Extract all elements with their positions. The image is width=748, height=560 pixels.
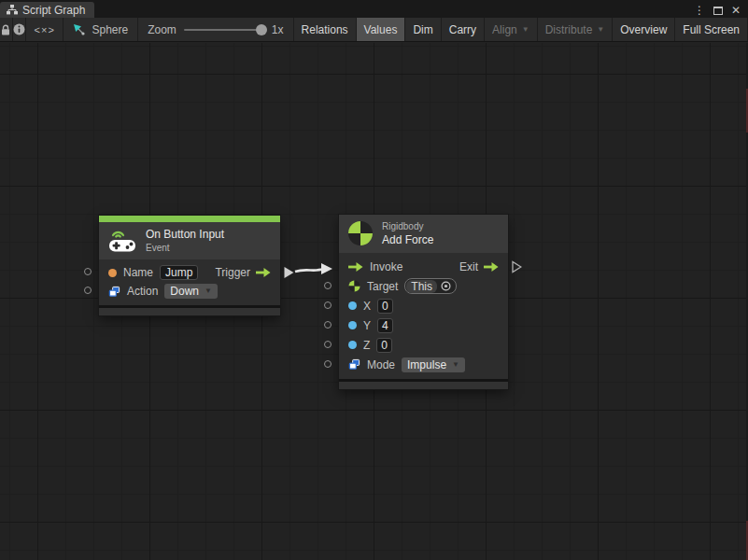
row-target: Target This xyxy=(339,276,508,296)
align-button[interactable]: Align▼ xyxy=(485,18,538,41)
action-input-port[interactable] xyxy=(84,287,92,294)
row-y: Y 4 xyxy=(339,315,508,335)
script-graph-window: Script Graph ⋮ ✕ xyxy=(0,0,748,560)
node-footer xyxy=(339,382,508,389)
enum-icon xyxy=(348,358,360,371)
row-z: Z 0 xyxy=(339,335,508,355)
chevron-down-icon: ▼ xyxy=(597,25,604,34)
lock-button[interactable] xyxy=(0,18,13,41)
exit-arrow-icon[interactable] xyxy=(484,261,499,273)
graph-pointer-icon xyxy=(73,23,86,36)
maximize-icon[interactable] xyxy=(713,7,723,15)
node-on-button-input[interactable]: On Button Input Event Name Jump Trigger xyxy=(99,216,280,315)
zoom-slider-handle[interactable] xyxy=(256,24,267,35)
name-field[interactable]: Jump xyxy=(160,265,198,280)
y-input-port[interactable] xyxy=(324,321,332,329)
x-field[interactable]: 0 xyxy=(377,299,393,314)
zoom-value: 1x xyxy=(272,23,284,36)
tab-script-graph[interactable]: Script Graph xyxy=(0,2,94,18)
x-label: X xyxy=(363,300,371,313)
close-icon[interactable]: ✕ xyxy=(731,5,741,16)
zoom-slider[interactable] xyxy=(184,29,264,31)
invoke-arrow-icon[interactable] xyxy=(348,261,363,273)
node-add-force[interactable]: Rigidbody Add Force Invoke Exit xyxy=(339,215,508,389)
graph-canvas[interactable]: On Button Input Event Name Jump Trigger xyxy=(0,43,748,560)
row-invoke: Invoke Exit xyxy=(339,257,508,276)
target-picker-icon[interactable] xyxy=(441,281,451,291)
exit-label: Exit xyxy=(459,260,478,273)
node-header-text: Rigidbody Add Force xyxy=(382,221,433,246)
invoke-label: Invoke xyxy=(370,260,402,273)
node-header[interactable]: Rigidbody Add Force xyxy=(339,215,508,253)
row-action: Action Down ▼ xyxy=(99,282,280,301)
name-input-port[interactable] xyxy=(84,268,92,275)
values-button[interactable]: Values xyxy=(357,18,406,41)
rigidbody-mini-icon xyxy=(348,280,360,292)
mode-input-port[interactable] xyxy=(324,360,332,368)
node-title: On Button Input xyxy=(146,228,224,241)
chevron-down-icon: ▼ xyxy=(522,25,529,34)
node-body: Name Jump Trigger xyxy=(99,259,280,305)
rigidbody-icon xyxy=(347,220,374,246)
name-label: Name xyxy=(123,266,153,279)
code-view-button[interactable]: <×> xyxy=(26,18,64,41)
z-field[interactable]: 0 xyxy=(376,338,392,353)
distribute-button[interactable]: Distribute▼ xyxy=(538,18,614,41)
titlebar: Script Graph ⋮ ✕ xyxy=(0,0,748,18)
chevron-down-icon: ▼ xyxy=(452,357,459,372)
lock-icon xyxy=(0,23,11,36)
target-value: This xyxy=(406,280,437,293)
z-label: Z xyxy=(363,339,370,352)
event-accent-bar xyxy=(99,216,280,222)
string-port-icon[interactable] xyxy=(108,269,117,277)
target-object-chip[interactable]: This xyxy=(404,278,457,294)
row-mode: Mode Impulse ▼ xyxy=(339,355,508,374)
fullscreen-button[interactable]: Full Screen xyxy=(675,18,748,41)
target-label: Target xyxy=(367,280,398,293)
relations-button[interactable]: Relations xyxy=(294,18,357,41)
y-field[interactable]: 4 xyxy=(377,318,393,333)
row-x: X 0 xyxy=(339,296,508,315)
float-port-icon[interactable] xyxy=(348,341,357,349)
more-menu-icon[interactable]: ⋮ xyxy=(694,5,705,16)
zoom-control: Zoom 1x xyxy=(138,18,293,41)
float-port-icon[interactable] xyxy=(348,301,357,310)
mode-label: Mode xyxy=(367,358,395,371)
y-label: Y xyxy=(363,319,371,332)
node-header[interactable]: On Button Input Event xyxy=(99,222,280,259)
node-header-text: On Button Input Event xyxy=(146,228,224,253)
x-input-port[interactable] xyxy=(324,301,332,309)
mode-dropdown[interactable]: Impulse ▼ xyxy=(402,357,465,372)
graph-reference[interactable]: Sphere xyxy=(64,18,138,41)
trigger-output-port[interactable] xyxy=(284,266,294,279)
node-subtitle: Event xyxy=(146,243,224,253)
carry-button[interactable]: Carry xyxy=(442,18,485,41)
trigger-arrow-icon[interactable] xyxy=(256,267,271,278)
info-button[interactable] xyxy=(13,18,26,41)
node-footer xyxy=(99,308,280,315)
action-label: Action xyxy=(127,285,158,298)
overview-button[interactable]: Overview xyxy=(613,18,675,41)
z-input-port[interactable] xyxy=(324,341,332,348)
zoom-label: Zoom xyxy=(148,23,176,36)
float-port-icon[interactable] xyxy=(348,321,357,329)
window-controls: ⋮ ✕ xyxy=(694,5,748,18)
code-icon: <×> xyxy=(35,24,55,35)
node-body: Invoke Exit xyxy=(339,253,508,379)
enum-icon xyxy=(108,286,120,298)
row-name: Name Jump Trigger xyxy=(99,263,280,282)
node-title: Add Force xyxy=(382,233,433,246)
gamepad-icon xyxy=(107,228,137,253)
info-icon xyxy=(13,23,25,35)
node-type-label: Rigidbody xyxy=(382,221,433,231)
graph-hierarchy-icon xyxy=(7,5,18,15)
dim-button[interactable]: Dim xyxy=(405,18,441,41)
target-input-port[interactable] xyxy=(324,282,332,289)
trigger-label: Trigger xyxy=(215,266,250,279)
exit-output-port[interactable] xyxy=(512,260,522,273)
chevron-down-icon: ▼ xyxy=(205,284,212,299)
toolbar: <×> Sphere Zoom 1x Relations Values Dim … xyxy=(0,18,748,42)
tab-title: Script Graph xyxy=(22,4,85,17)
graph-name-label: Sphere xyxy=(92,23,128,36)
action-dropdown[interactable]: Down ▼ xyxy=(164,284,218,299)
